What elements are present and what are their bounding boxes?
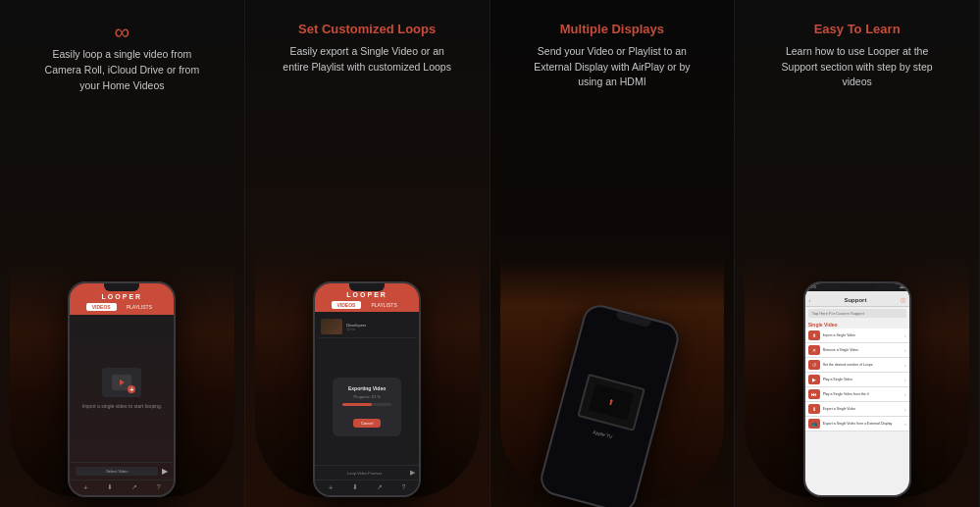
support-icon-5: ⏭ — [808, 389, 820, 399]
panel-2-desc: Easily export a Single Video or an entir… — [279, 44, 455, 76]
chevron-4: › — [904, 377, 906, 382]
support-icon-2: ✕ — [808, 345, 820, 355]
chevron-1: › — [904, 332, 906, 338]
tab-videos-2[interactable]: VIDEOS — [332, 301, 362, 309]
list-title: Developers — [346, 323, 366, 328]
add-icon-2[interactable]: + — [329, 483, 334, 492]
list-item-1: Developers 10 min — [319, 316, 415, 338]
phone-frame-4: 11:00 ■■■ ‹ Support ⓘ Tap Here For Custo… — [803, 281, 911, 497]
status-time: 11:00 — [809, 285, 817, 289]
thumb-1 — [321, 319, 342, 334]
progress-bar-fill — [342, 403, 372, 406]
import-label: Import a single video to start looping. — [82, 403, 163, 409]
chevron-3: › — [904, 362, 906, 368]
tv-screen: ⬆ — [589, 383, 634, 420]
support-item-6[interactable]: ⬇ Export a Single Video › — [805, 402, 909, 417]
tv-display-icon: ⬆ — [577, 373, 645, 431]
support-item-4[interactable]: ▶ Play a Single Video › — [805, 373, 909, 387]
support-item-text-6: Export a Single Video — [823, 407, 856, 412]
list-text-group: Developers 10 min — [346, 323, 366, 331]
phone-wrapper-1: LOOPER VIDEOS PLAYLISTS + — [10, 103, 234, 497]
phone-1: LOOPER VIDEOS PLAYLISTS + — [68, 281, 176, 497]
app-tabs-2: VIDEOS PLAYLISTS — [332, 301, 403, 309]
bottom-toolbar-1: + ⬇ ↗ ? — [70, 480, 174, 495]
support-icon-4: ▶ — [808, 375, 820, 384]
phone-4: 11:00 ■■■ ‹ Support ⓘ Tap Here For Custo… — [803, 281, 911, 497]
loop-icon: ∞ — [115, 22, 130, 43]
screen-2: LOOPER VIDEOS PLAYLISTS Developers 10 mi… — [315, 283, 419, 495]
select-video-btn[interactable]: Select Video — [76, 467, 158, 476]
play-icon-2[interactable]: ▶ — [410, 469, 415, 477]
panel-4: Easy To Learn Learn how to use Looper at… — [735, 0, 980, 507]
app-body-1: + Import a single video to start looping… — [70, 315, 174, 462]
play-icon-sm: ▶ — [812, 377, 816, 382]
loop-forever-bar: Loop Video Forever ▶ — [315, 465, 419, 480]
screen-1: LOOPER VIDEOS PLAYLISTS + — [70, 283, 174, 495]
add-icon[interactable]: + — [83, 483, 88, 492]
panel-1-desc: Easily loop a single video from Camera R… — [33, 47, 210, 93]
export-title: Exporting Video — [342, 385, 391, 391]
phone-frame-2: LOOPER VIDEOS PLAYLISTS Developers 10 mi… — [313, 281, 421, 497]
cancel-btn[interactable]: Cancel — [353, 419, 381, 428]
info-icon[interactable]: ⓘ — [901, 297, 905, 303]
panel-4-desc: Learn how to use Looper at the Support s… — [769, 44, 946, 90]
phone-wrapper-4: 11:00 ■■■ ‹ Support ⓘ Tap Here For Custo… — [745, 100, 969, 497]
phone-frame-1: LOOPER VIDEOS PLAYLISTS + — [68, 281, 176, 497]
remove-icon-sm: ✕ — [812, 347, 816, 353]
footer-icons: ▶ — [162, 467, 168, 476]
play-num-icon-sm: ⏭ — [811, 391, 816, 397]
play-icon — [120, 380, 125, 385]
chevron-5: › — [904, 391, 906, 397]
tab-videos-1[interactable]: VIDEOS — [86, 303, 117, 311]
support-item-text-4: Play a Single Video — [823, 378, 852, 382]
support-list: ⬆ Import a Single Video › ✕ Remove a Sin… — [805, 329, 909, 431]
export-icon-sm: ⬇ — [812, 406, 816, 412]
export-sub: Progress: 61 % — [342, 394, 391, 399]
support-title: Support — [810, 297, 900, 303]
panel-2: Set Customized Loops Easily export a Sin… — [245, 0, 490, 507]
help-icon[interactable]: ? — [157, 483, 161, 492]
play-footer-icon[interactable]: ▶ — [162, 467, 168, 476]
support-item-text-1: Import a Single Video — [823, 333, 855, 338]
share-icon[interactable]: ↗ — [131, 483, 137, 492]
chevron-7: › — [904, 421, 906, 427]
app-logo-1: LOOPER — [102, 293, 143, 300]
share-icon-2[interactable]: ↗ — [377, 483, 383, 492]
import-icon-box: + — [102, 368, 141, 397]
download-icon[interactable]: ⬇ — [107, 483, 113, 492]
support-item-3[interactable]: ↺ Set the desired number of Loops › — [805, 358, 909, 373]
help-icon-2[interactable]: ? — [402, 483, 406, 492]
app-footer-1: Select Video ▶ — [70, 462, 174, 480]
support-search[interactable]: Tap Here For Custom Support — [808, 309, 906, 318]
tab-playlists-2[interactable]: PLAYLISTS — [365, 301, 402, 309]
panel-3-title: Multiple Displays — [560, 22, 664, 38]
support-item-5[interactable]: ⏭ Play a Single Video from the # › — [805, 387, 909, 402]
list-sub: 10 min — [346, 328, 366, 331]
panel-2-title: Set Customized Loops — [298, 22, 436, 38]
notch-2 — [349, 283, 385, 291]
support-icon-1: ⬆ — [808, 330, 820, 340]
loop-forever-label: Loop Video Forever — [319, 471, 410, 476]
support-icon-7: 📺 — [808, 419, 820, 429]
footer-panel-2: Loop Video Forever ▶ + ⬇ ↗ ? — [315, 465, 419, 495]
bottom-toolbar-2: + ⬇ ↗ ? — [315, 480, 419, 495]
support-item-7[interactable]: 📺 Export a Single Video from a External … — [805, 417, 909, 431]
support-header: ‹ Support ⓘ — [805, 291, 909, 307]
export-overlay: Exporting Video Progress: 61 % Cancel — [333, 378, 401, 436]
external-icon-sm: 📺 — [811, 421, 817, 427]
progress-bar-bg — [342, 403, 391, 406]
support-item-text-5: Play a Single Video from the # — [823, 392, 869, 397]
battery-icon: ■■■ — [900, 285, 904, 289]
panel-3-desc: Send your Video or Playlist to an Extern… — [524, 44, 700, 90]
import-icon-inner: + — [112, 375, 131, 390]
airplay-symbol: ⬆ — [607, 397, 616, 408]
screen-4: 11:00 ■■■ ‹ Support ⓘ Tap Here For Custo… — [805, 283, 909, 495]
support-item-2[interactable]: ✕ Remove a Single Video › — [805, 343, 909, 358]
import-icon-sm: ⬆ — [812, 332, 816, 338]
display-label: Apple TV — [593, 429, 613, 439]
download-icon-2[interactable]: ⬇ — [352, 483, 358, 492]
support-item-text-7: Export a Single Video from a External Di… — [823, 422, 893, 427]
support-item-1[interactable]: ⬆ Import a Single Video › — [805, 329, 909, 343]
tab-playlists-1[interactable]: PLAYLISTS — [121, 303, 158, 311]
chevron-2: › — [904, 347, 906, 353]
